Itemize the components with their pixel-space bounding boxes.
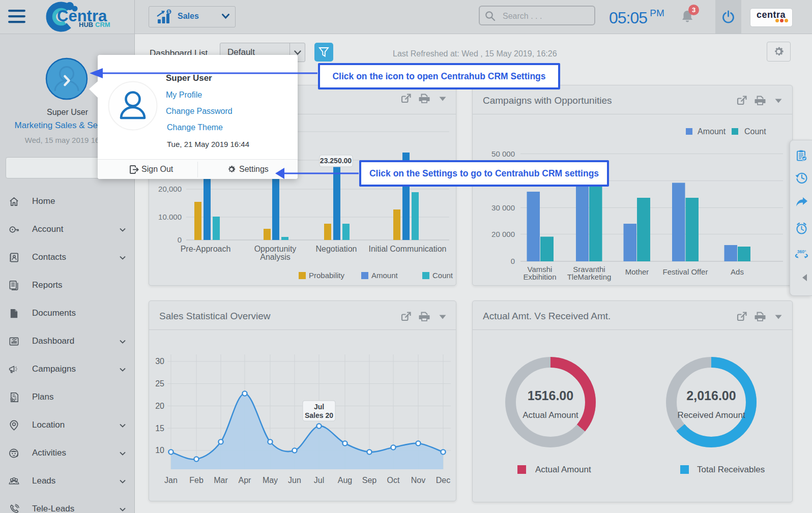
- svg-text:Exbihition: Exbihition: [523, 273, 556, 281]
- svg-text:Count: Count: [744, 127, 766, 136]
- svg-text:50 000: 50 000: [491, 149, 515, 158]
- svg-text:Sales 20: Sales 20: [305, 411, 333, 419]
- svg-text:30: 30: [155, 357, 164, 366]
- svg-text:2,016.00: 2,016.00: [686, 388, 736, 403]
- svg-text:10.000: 10.000: [158, 213, 182, 221]
- svg-text:Initial Communication: Initial Communication: [369, 245, 447, 253]
- svg-text:Festival Offer: Festival Offer: [663, 267, 708, 276]
- svg-text:Probability: Probability: [309, 271, 345, 280]
- svg-text:Jul: Jul: [314, 476, 324, 485]
- svg-text:May: May: [263, 476, 278, 485]
- svg-text:20,000: 20,000: [158, 185, 182, 193]
- svg-text:TleMarketing: TleMarketing: [567, 273, 612, 281]
- svg-text:Pre-Approach: Pre-Approach: [181, 245, 231, 253]
- svg-text:Mar: Mar: [214, 476, 228, 485]
- svg-text:360°: 360°: [797, 249, 806, 254]
- svg-text:25: 25: [155, 379, 164, 388]
- svg-text:Mother: Mother: [625, 267, 649, 276]
- svg-text:20: 20: [155, 402, 164, 410]
- svg-text:Oct: Oct: [387, 476, 400, 485]
- svg-text:23.250.00: 23.250.00: [320, 157, 352, 165]
- svg-text:Feb: Feb: [189, 476, 204, 485]
- svg-text:Aug: Aug: [338, 476, 352, 485]
- svg-text:Apr: Apr: [239, 476, 252, 485]
- svg-text:Actual Amount: Actual Amount: [523, 410, 578, 420]
- svg-text:Amount: Amount: [371, 271, 398, 280]
- svg-text:0: 0: [511, 257, 515, 265]
- svg-text:Dec: Dec: [436, 476, 450, 485]
- svg-text:Actual Amount: Actual Amount: [535, 465, 591, 474]
- svg-text:Jul: Jul: [314, 403, 324, 411]
- svg-text:Sep: Sep: [362, 476, 377, 485]
- svg-text:Count: Count: [432, 271, 453, 280]
- svg-text:Received Amount: Received Amount: [677, 410, 745, 420]
- svg-text:0: 0: [178, 235, 182, 244]
- svg-text:Nov: Nov: [411, 476, 425, 485]
- svg-text:HUB: HUB: [79, 21, 93, 28]
- svg-text:1516.00: 1516.00: [528, 388, 573, 403]
- svg-text:Amount: Amount: [698, 127, 726, 136]
- svg-text:Ads: Ads: [731, 267, 744, 276]
- svg-text:Jan: Jan: [164, 476, 178, 485]
- svg-text:20 000: 20 000: [491, 230, 515, 238]
- svg-text:30 000: 30 000: [491, 203, 515, 212]
- svg-text:Opportunity: Opportunity: [254, 245, 297, 253]
- svg-text:Negotiation: Negotiation: [316, 245, 357, 253]
- svg-text:15: 15: [155, 424, 164, 433]
- svg-text:Analysis: Analysis: [260, 253, 291, 261]
- svg-text:$: $: [168, 9, 170, 14]
- svg-text:Total Receivables: Total Receivables: [697, 465, 765, 474]
- svg-text:CRM: CRM: [95, 21, 110, 28]
- svg-text:Jun: Jun: [288, 476, 301, 485]
- svg-text:10: 10: [155, 446, 164, 455]
